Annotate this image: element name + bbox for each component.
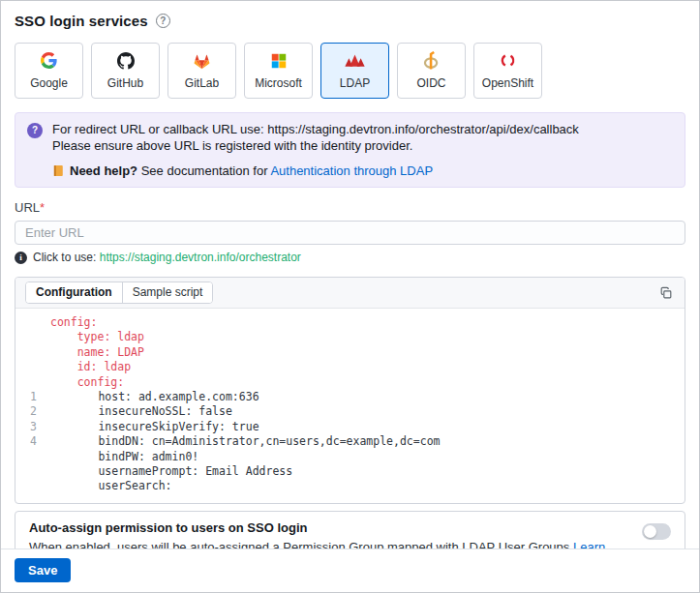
footer-bar: Save [1,549,699,592]
provider-label: GitHub [107,76,143,90]
required-asterisk: * [40,200,45,215]
provider-tile-microsoft[interactable]: Microsoft [244,43,313,99]
code-header-line: name: LDAP [15,345,685,360]
line-number: 3 [15,420,45,434]
code-header-line: config: [15,315,685,330]
code-line: 2 insecureNoSSL: false [15,404,685,419]
copy-button[interactable] [657,284,675,302]
banner-line-2: Please ensure above URL is registered wi… [52,137,579,154]
gitlab-logo-icon [193,52,211,70]
code-line: userSearch: [15,479,685,493]
code-line: 1 host: ad.example.com:636 [15,390,685,404]
code-line: usernamePrompt: Email Address [15,464,685,479]
openshift-logo-icon [500,52,516,70]
provider-label: OpenShift [482,76,533,90]
click-to-use-hint: i Click to use: https://staging.devtron.… [15,251,685,264]
provider-label: LDAP [340,76,370,90]
auto-assign-title: Auto-assign permission to users on SSO l… [29,520,630,535]
info-icon: i [15,252,27,264]
save-button[interactable]: Save [15,558,71,582]
editor-tabs: Configuration Sample script [25,282,213,304]
provider-label: GitLab [185,76,219,90]
provider-tile-ldap[interactable]: LDAP [320,43,389,99]
copy-icon [659,286,673,300]
yaml-code-area[interactable]: config: type: ldap name: LDAP id: ldap c… [15,309,685,503]
toggle-knob [644,525,656,538]
provider-tile-gitlab[interactable]: GitLab [167,43,236,99]
line-number [15,479,45,493]
ldap-logo-icon [345,52,365,70]
orchestrator-url-link[interactable]: https://staging.devtron.info/orchestrato… [100,251,301,264]
microsoft-logo-icon [271,52,287,70]
code-header-line: config: [15,375,685,390]
provider-label: OIDC [417,76,446,90]
banner-line-1: For redirect URL or callback URL use: ht… [52,121,579,137]
editor-toolbar: Configuration Sample script [15,278,685,309]
url-input[interactable] [15,221,685,245]
provider-tile-github[interactable]: GitHub [91,43,160,99]
code-header-line: id: ldap [15,360,685,374]
hint-prefix: Click to use: [33,251,100,264]
provider-tile-oidc[interactable]: OIDC [397,43,466,99]
page-header: SSO login services ? [15,13,685,29]
ldap-docs-link[interactable]: Authentication through LDAP [270,163,433,178]
sso-provider-tiles: Google GitHub [15,43,685,99]
code-header-line: type: ldap [15,330,685,344]
code-line: 4 bindDN: cn=Administrator,cn=users,dc=e… [15,434,685,449]
provider-tile-openshift[interactable]: OpenShift [473,43,542,99]
configuration-editor: Configuration Sample script config: type… [15,277,685,504]
line-number: 2 [15,404,45,419]
need-help-text: Need help? See documentation for Authent… [70,163,433,179]
line-number: 1 [15,390,45,404]
code-line: 3 insecureSkipVerify: true [15,420,685,434]
line-number [15,464,45,479]
provider-label: Google [30,76,68,90]
need-help-row: Need help? See documentation for Authent… [52,163,579,179]
tab-configuration[interactable]: Configuration [26,282,122,303]
oidc-logo-icon [423,52,440,70]
page-title: SSO login services [15,13,148,29]
line-number: 4 [15,434,45,449]
title-help-icon[interactable]: ? [156,14,170,28]
provider-tile-google[interactable]: Google [15,43,83,99]
auto-assign-toggle[interactable] [642,523,671,540]
github-logo-icon [117,52,135,70]
sso-login-services-page: SSO login services ? Google GitHub [0,0,700,593]
provider-label: Microsoft [255,76,302,90]
url-label: URL* [15,200,685,215]
help-question-icon: ? [27,123,43,138]
google-logo-icon [41,52,57,70]
book-icon [52,164,65,177]
code-line: bindPW: admin0! [15,450,685,464]
line-number [15,450,45,464]
redirect-info-banner: ? For redirect URL or callback URL use: … [15,112,685,188]
tab-sample-script[interactable]: Sample script [122,282,213,303]
